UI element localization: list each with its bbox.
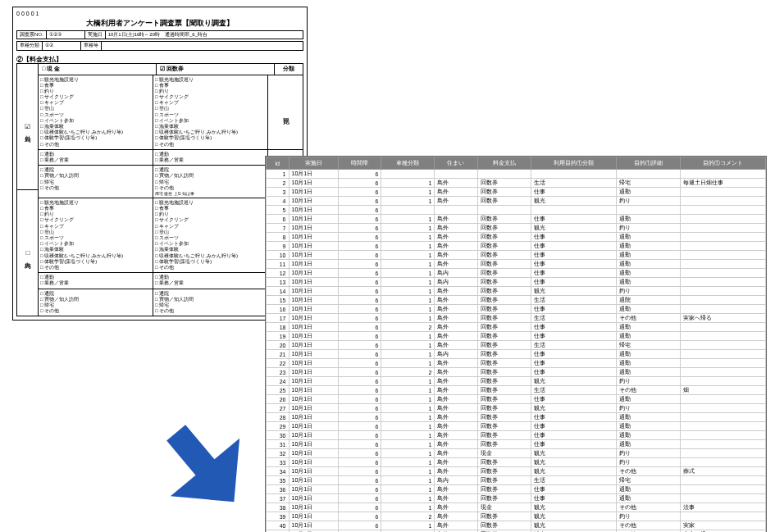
hdr-veh-label: 車種等	[81, 42, 102, 49]
checkbox-item: 買物／知人訪問	[155, 173, 266, 179]
table-cell: 仕事	[531, 215, 616, 224]
table-cell: 釣り	[616, 458, 680, 467]
table-cell: 島外	[435, 287, 477, 296]
table-cell: 生活	[531, 314, 616, 323]
table-row: 3810月1日61島外現金観光その他法事	[267, 503, 766, 512]
table-cell: 6	[339, 287, 381, 296]
table-cell: 回数券	[477, 395, 531, 404]
table-row: 2010月1日61島外回数券生活帰宅	[267, 341, 766, 350]
table-cell: 回数券	[477, 386, 531, 395]
work-items-ticket: 通勤業務／営業	[153, 150, 268, 165]
table-cell: 6	[339, 368, 381, 377]
table-cell: 10月1日	[289, 233, 339, 242]
table-cell: 島外	[435, 422, 477, 431]
table-cell: 1	[381, 197, 435, 206]
table-cell: 回数券	[477, 242, 531, 251]
table-cell: 1	[381, 377, 435, 386]
checkbox-item: 通勤	[40, 275, 151, 280]
table-cell: 回数券	[477, 431, 531, 440]
table-cell: 回数券	[477, 260, 531, 269]
residence-column: ☑島外 □島内	[17, 64, 39, 316]
work-items-cash: 通勤業務／営業	[39, 150, 153, 165]
table-cell: 釣り	[616, 449, 680, 458]
hdr-date-label: 実施日	[85, 31, 106, 39]
table-cell: 観光	[531, 467, 616, 476]
table-cell: 釣り	[616, 197, 680, 206]
table-cell: 島外	[435, 224, 477, 233]
table-cell: 27	[267, 404, 289, 413]
table-cell: 6	[339, 449, 381, 458]
table-cell: 6	[267, 215, 289, 224]
table-cell: 6	[339, 341, 381, 350]
tour-items-cash-in: 観光地施設巡り食事釣りサイクリングキャンプ登山スポーツイベント参加漁業体験収穫体…	[39, 198, 153, 272]
table-cell: 10	[267, 251, 289, 260]
checkbox-item: 食事	[40, 83, 151, 89]
table-cell: 10月1日	[289, 197, 339, 206]
table-cell: 22	[267, 359, 289, 368]
table-cell: 釣り	[616, 512, 680, 521]
work-items-cash-in: 通勤業務／営業	[39, 273, 153, 288]
table-cell: 6	[339, 395, 381, 404]
table-row: 3310月1日61島外回数券観光釣り	[267, 458, 766, 467]
table-cell: 6	[339, 503, 381, 512]
checkbox-item: 業務／営業	[40, 280, 151, 286]
table-cell	[616, 206, 680, 215]
checkbox-item: その他	[40, 308, 151, 314]
table-cell: 回数券	[477, 350, 531, 359]
table-cell	[680, 422, 765, 431]
checkbox-item: イベント参加	[40, 241, 151, 247]
table-cell	[680, 368, 765, 377]
table-cell: 仕事	[531, 251, 616, 260]
checkbox-item: スポーツ	[40, 235, 151, 241]
table-cell: 1	[381, 440, 435, 449]
work-items-ticket-in: 通勤業務／営業	[153, 273, 268, 288]
table-cell: 10月1日	[289, 503, 339, 512]
col-cash: □ 現 金	[39, 64, 157, 74]
form-number: 00001	[16, 11, 303, 17]
tour-items-ticket: 観光地施設巡り食事釣りサイクリングキャンプ登山スポーツイベント参加漁業体験収穫体…	[153, 75, 268, 149]
table-cell: 回数券	[477, 512, 531, 521]
table-cell: 島外	[435, 521, 477, 530]
col-header: 料金支払	[477, 157, 531, 170]
table-cell	[680, 341, 765, 350]
table-row: 3210月1日61島外現金観光釣り	[267, 449, 766, 458]
table-cell: 6	[339, 332, 381, 341]
checkbox-item: 釣り	[155, 89, 266, 94]
table-cell: 観光	[531, 287, 616, 296]
table-cell: 通勤	[616, 368, 680, 377]
checkbox-item: イベント参加	[155, 118, 266, 124]
table-cell: 33	[267, 458, 289, 467]
table-cell: 島外	[435, 431, 477, 440]
table-cell	[680, 440, 765, 449]
table-cell: 6	[339, 359, 381, 368]
table-cell: 回数券	[477, 269, 531, 278]
table-cell: 観光	[531, 449, 616, 458]
table-cell: 10月1日	[289, 341, 339, 350]
table-cell: 回数券	[477, 314, 531, 323]
table-cell: 通勤	[616, 242, 680, 251]
table-cell: 1	[381, 287, 435, 296]
table-cell: 30	[267, 431, 289, 440]
table-cell: 島外	[435, 323, 477, 332]
table-cell: 6	[339, 485, 381, 494]
table-cell	[477, 206, 531, 215]
table-cell: 島内	[435, 476, 477, 485]
table-cell: 島外	[435, 296, 477, 305]
table-cell: 6	[339, 377, 381, 386]
table-cell: 4	[267, 197, 289, 206]
table-cell: 1	[381, 521, 435, 530]
table-cell: 3	[267, 188, 289, 197]
table-cell: 島外	[435, 494, 477, 503]
col-category: 分類	[275, 64, 303, 74]
table-cell: 6	[339, 512, 381, 521]
table-row: 2810月1日61島外回数券仕事通勤	[267, 413, 766, 422]
table-cell: 観光	[531, 521, 616, 530]
checkbox-item: イベント参加	[40, 118, 151, 124]
table-cell	[680, 188, 765, 197]
table-cell: 1	[381, 386, 435, 395]
table-cell: 通勤	[616, 260, 680, 269]
table-cell: その他	[616, 503, 680, 512]
table-cell: 9	[267, 242, 289, 251]
table-cell: 6	[339, 476, 381, 485]
checkbox-item: スポーツ	[155, 235, 266, 241]
